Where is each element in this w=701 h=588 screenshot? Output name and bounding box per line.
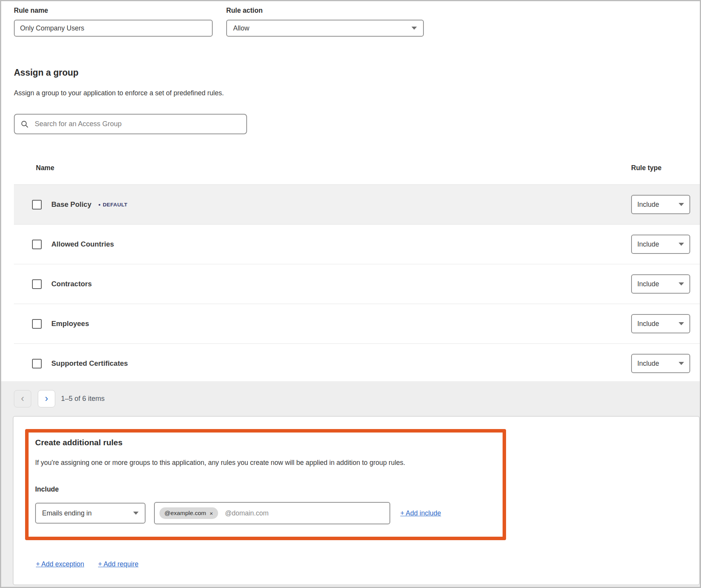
chevron-down-icon [411,27,417,30]
access-group-searchbox[interactable] [14,114,247,134]
include-label: Include [35,485,495,493]
assign-group-heading: Assign a group [14,68,78,78]
rule-type-select[interactable]: Include [631,235,690,254]
access-rule-form-page: Rule name Rule action Allow Assign a gro… [0,0,701,588]
pagination-label: 1–5 of 6 items [61,395,105,403]
rule-action-value: Allow [233,24,249,32]
annotation-highlight-box: Create additional rules If you're assign… [25,429,506,540]
email-domains-input[interactable]: @example.com × [154,502,390,524]
row-name: Employees [51,319,89,328]
rule-criteria-select[interactable]: Emails ending in [35,503,146,524]
create-additional-rules-heading: Create additional rules [35,438,495,447]
domain-input[interactable] [224,509,385,518]
table-row: Employees Include [14,304,701,344]
add-include-link[interactable]: + Add include [400,509,441,517]
chevron-left-icon: ‹ [21,394,24,403]
rule-name-input[interactable] [14,20,213,37]
row-checkbox[interactable] [32,200,42,210]
row-name: Allowed Countries [51,240,114,248]
create-additional-rules-description: If you're assigning one or more groups t… [35,459,495,467]
email-domain-tag: @example.com × [159,507,218,519]
rule-action-label: Rule action [226,7,262,15]
pagination-next-button[interactable]: › [38,390,55,407]
email-domain-tag-label: @example.com [164,510,206,517]
rule-criteria-value: Emails ending in [42,509,91,517]
chevron-down-icon [679,282,684,286]
rule-type-value: Include [637,360,659,368]
rule-type-select[interactable]: Include [631,354,690,373]
lower-panel: ‹ › 1–5 of 6 items Create additional rul… [1,381,700,587]
column-header-name: Name [36,164,54,172]
rule-type-value: Include [637,201,659,209]
add-require-link[interactable]: + Add require [98,560,139,568]
search-icon [20,120,29,128]
rule-type-select[interactable]: Include [631,195,690,214]
row-name: Base Policy [51,200,91,209]
rule-type-value: Include [637,280,659,288]
table-row: Contractors Include [14,264,701,304]
rule-type-select[interactable]: Include [631,274,690,294]
rule-type-select[interactable]: Include [631,314,690,333]
chevron-down-icon [679,203,684,206]
default-badge: DEFAULT [103,202,127,208]
row-name: Contractors [51,280,92,288]
rule-type-value: Include [637,240,659,248]
assign-group-description: Assign a group to your application to en… [14,89,224,97]
table-row: Supported Certificates Include [14,344,701,384]
access-groups-table: Name Rule type Base Policy • DEFAULT Inc… [14,152,701,384]
chevron-right-icon: › [45,394,48,403]
rule-action-select[interactable]: Allow [226,20,424,37]
row-name: Supported Certificates [51,359,128,368]
add-exception-link[interactable]: + Add exception [36,560,84,568]
row-checkbox[interactable] [32,319,42,329]
default-badge-bullet: • [98,201,100,208]
remove-tag-icon[interactable]: × [210,510,213,516]
chevron-down-icon [679,362,684,365]
additional-rules-card: Create additional rules If you're assign… [13,416,700,585]
search-input[interactable] [34,120,240,128]
chevron-down-icon [679,243,684,246]
pagination-prev-button[interactable]: ‹ [14,390,31,407]
rule-type-value: Include [637,320,659,328]
table-row: Allowed Countries Include [14,225,701,264]
pagination: ‹ › 1–5 of 6 items [14,390,105,407]
chevron-down-icon [679,322,684,325]
column-header-rule-type: Rule type [631,164,662,172]
chevron-down-icon [133,512,139,515]
row-checkbox[interactable] [32,279,42,289]
row-checkbox[interactable] [32,359,42,368]
row-checkbox[interactable] [32,240,42,249]
rule-name-label: Rule name [14,7,48,15]
table-header-row: Name Rule type [14,152,701,185]
include-rule-row: Emails ending in @example.com × + Add in… [35,502,495,524]
table-row: Base Policy • DEFAULT Include [14,185,701,225]
rule-action-links: + Add exception + Add require [36,560,139,568]
